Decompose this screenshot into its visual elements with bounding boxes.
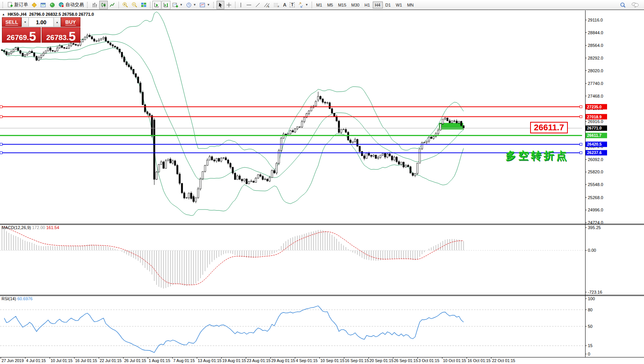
new-order-button[interactable]: 新订单 bbox=[6, 1, 30, 9]
svg-text:80: 80 bbox=[588, 307, 592, 312]
signals-button[interactable] bbox=[48, 1, 57, 9]
volume-decrease-button[interactable]: ▼ bbox=[22, 17, 29, 27]
market-watch-button[interactable] bbox=[39, 1, 48, 9]
autotrading-icon bbox=[58, 2, 64, 8]
line-handle[interactable] bbox=[580, 151, 582, 154]
chart-shift-button[interactable] bbox=[162, 1, 170, 9]
trendline-icon bbox=[255, 2, 260, 8]
channel-button[interactable]: E bbox=[262, 1, 272, 9]
tile-windows-button[interactable] bbox=[139, 1, 148, 9]
buy-price-box[interactable]: 26783.5 bbox=[42, 27, 80, 43]
profiles-dropdown[interactable]: ▼ bbox=[185, 1, 198, 9]
rsi-value: 60.6976 bbox=[17, 296, 33, 301]
horizontal-level-lines[interactable] bbox=[0, 106, 582, 154]
zoom-in-icon bbox=[122, 2, 128, 8]
turning-point-annotation[interactable]: 多空转折点 bbox=[506, 149, 569, 163]
svg-text:25548.0: 25548.0 bbox=[588, 182, 603, 187]
dropdown-arrow-icon: ▼ bbox=[180, 3, 183, 7]
sell-price: 26769 bbox=[7, 34, 27, 42]
arrows-dropdown[interactable]: ▼ bbox=[297, 1, 310, 9]
metaeditor-button[interactable] bbox=[30, 1, 38, 9]
timeframe-w1-button[interactable]: W1 bbox=[394, 2, 405, 8]
svg-text:28564.0: 28564.0 bbox=[588, 43, 603, 48]
timeframe-m1-button[interactable]: M1 bbox=[314, 2, 324, 8]
svg-text:27018.9: 27018.9 bbox=[587, 115, 602, 119]
line-handle[interactable] bbox=[580, 143, 582, 145]
toolbar-drag-handle[interactable] bbox=[87, 2, 89, 8]
svg-text:10 Oct 01:15: 10 Oct 01:15 bbox=[443, 358, 466, 363]
timeframe-mn-button[interactable]: MN bbox=[405, 2, 416, 8]
svg-text:23 Aug 01:15: 23 Aug 01:15 bbox=[247, 358, 271, 363]
dropdown-arrow-icon: ▼ bbox=[207, 3, 210, 7]
line-handle[interactable] bbox=[0, 143, 2, 145]
candlestick-chart-button[interactable] bbox=[99, 1, 108, 9]
timeframe-h4-button[interactable]: H4 bbox=[373, 2, 383, 8]
trendline-button[interactable] bbox=[254, 1, 262, 9]
svg-text:10 Jul 01:15: 10 Jul 01:15 bbox=[51, 358, 73, 363]
line-handle[interactable] bbox=[580, 116, 582, 118]
auto-scroll-button[interactable] bbox=[152, 1, 161, 9]
line-chart-button[interactable] bbox=[108, 1, 117, 9]
fibonacci-button[interactable]: F bbox=[272, 1, 281, 9]
svg-text:395.25: 395.25 bbox=[588, 225, 601, 230]
svg-text:25820.0: 25820.0 bbox=[588, 170, 603, 174]
chat-button[interactable] bbox=[630, 1, 641, 9]
timeframe-d1-button[interactable]: D1 bbox=[383, 2, 393, 8]
template-chart-icon bbox=[200, 2, 205, 8]
text-a-icon: A bbox=[283, 3, 287, 7]
zoom-in-button[interactable] bbox=[121, 1, 130, 9]
text-button[interactable]: A bbox=[282, 1, 288, 9]
sell-price-fraction: 5 bbox=[29, 32, 36, 42]
volume-input[interactable] bbox=[29, 17, 53, 27]
svg-text:28844.0: 28844.0 bbox=[588, 30, 603, 35]
line-chart-icon bbox=[110, 2, 115, 8]
buy-button[interactable]: BUY bbox=[61, 17, 80, 27]
line-handle[interactable] bbox=[0, 106, 2, 108]
main-toolbar: 新订单 自动交易 ▼ ▼ bbox=[0, 0, 644, 10]
toolbar-drag-handle[interactable] bbox=[2, 2, 4, 8]
spinner-down-icon: ▼ bbox=[24, 21, 27, 23]
search-button[interactable] bbox=[618, 1, 627, 9]
price-annotation-label[interactable]: 26611.7 bbox=[530, 122, 568, 133]
vertical-line-button[interactable] bbox=[237, 1, 244, 9]
line-handle[interactable] bbox=[0, 151, 2, 154]
one-click-trading-panel: SELL ▼ ▲ BUY 26769.5 26783.5 bbox=[2, 17, 80, 43]
bar-chart-button[interactable] bbox=[90, 1, 99, 9]
svg-text:24996.0: 24996.0 bbox=[588, 208, 603, 212]
collapse-panel-arrow-icon[interactable]: ▲ bbox=[2, 13, 5, 16]
time-axis[interactable]: 27 Jun 20194 Jul 01:1510 Jul 01:1516 Jul… bbox=[1, 357, 515, 363]
toolbar-drag-handle[interactable] bbox=[213, 2, 215, 8]
macd-signal-value: 161.54 bbox=[46, 225, 59, 230]
templates-dropdown[interactable]: ▼ bbox=[198, 1, 212, 9]
svg-text:24724.0: 24724.0 bbox=[588, 220, 603, 225]
timeframe-m5-button[interactable]: M5 bbox=[325, 2, 335, 8]
sell-button[interactable]: SELL bbox=[2, 17, 22, 27]
new-chart-dropdown[interactable]: ▼ bbox=[171, 1, 184, 9]
spinner-up-icon: ▲ bbox=[56, 21, 58, 23]
text-label-button[interactable]: T bbox=[288, 1, 296, 9]
clock-icon bbox=[186, 2, 192, 8]
timeframe-m30-button[interactable]: M30 bbox=[349, 2, 362, 8]
crosshair-button[interactable] bbox=[225, 1, 233, 9]
line-handle[interactable] bbox=[580, 106, 582, 108]
timeframe-m15-button[interactable]: M15 bbox=[336, 2, 349, 8]
line-handle[interactable] bbox=[0, 116, 2, 118]
svg-text:26 Sep 01:15: 26 Sep 01:15 bbox=[394, 358, 418, 363]
svg-text:26611.7: 26611.7 bbox=[587, 133, 602, 138]
price-axis[interactable]: 29116.028844.028564.028292.028020.027740… bbox=[585, 18, 603, 225]
svg-text:26420.5: 26420.5 bbox=[587, 142, 602, 146]
autotrading-button[interactable]: 自动交易 bbox=[57, 1, 85, 9]
zoom-out-button[interactable] bbox=[130, 1, 139, 9]
svg-text:26916.0: 26916.0 bbox=[588, 119, 603, 124]
auto-scroll-icon bbox=[154, 2, 160, 8]
price-chart[interactable]: 29116.028844.028564.028292.028020.027740… bbox=[0, 0, 644, 364]
buy-price-fraction: 5 bbox=[68, 32, 75, 42]
horizontal-line-button[interactable] bbox=[245, 1, 253, 9]
volume-increase-button[interactable]: ▲ bbox=[53, 17, 61, 27]
autotrading-label: 自动交易 bbox=[65, 2, 84, 8]
sell-price-box[interactable]: 26769.5 bbox=[2, 27, 41, 43]
vertical-line-icon bbox=[239, 2, 243, 8]
cursor-button[interactable] bbox=[217, 1, 224, 9]
timeframe-h1-button[interactable]: H1 bbox=[362, 2, 372, 8]
svg-text:-723.16: -723.16 bbox=[588, 290, 602, 294]
